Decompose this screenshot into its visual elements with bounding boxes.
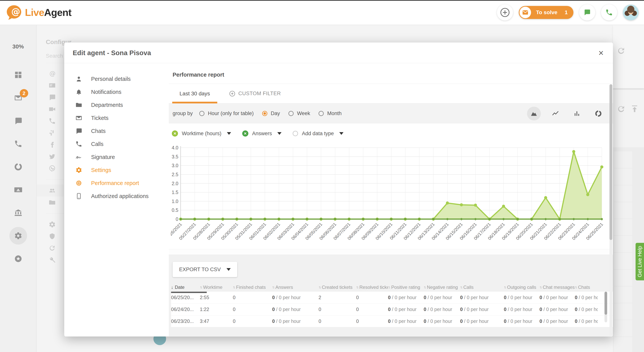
table-row[interactable]: 06/23/20...3:4700 / 0 per hour000 / 0 pe… xyxy=(171,315,613,327)
radio-week[interactable]: Week xyxy=(288,111,310,116)
modal-nav-label: Authorized applications xyxy=(91,193,149,199)
column-header-negative-rating[interactable]: ↑↓Negative rating xyxy=(424,285,460,290)
radio-hour-only-for-table-[interactable]: Hour (only for table) xyxy=(199,111,254,116)
svg-text:3.0: 3.0 xyxy=(172,163,178,168)
table-row[interactable]: 06/25/20...2:5500 / 0 per hour200 / 0 pe… xyxy=(171,292,613,304)
modal-scrollbar[interactable] xyxy=(610,84,612,336)
column-header-positive-rating[interactable]: ↑↓Positive rating xyxy=(388,285,424,290)
remove-icon[interactable]: × xyxy=(172,130,178,137)
gear-icon xyxy=(75,167,82,174)
chip-label: Add data type xyxy=(302,131,334,137)
column-header-resolved-tickets[interactable]: ↑↓Resolved tickets xyxy=(356,285,388,290)
cell: 0 / 0 per hour xyxy=(388,319,424,324)
svg-text:1.5: 1.5 xyxy=(172,189,178,195)
column-header-worktime[interactable]: ↑↓Worktime xyxy=(200,285,233,290)
modal-nav-personal-details[interactable]: Personal details xyxy=(64,72,169,85)
donut-chart-button[interactable] xyxy=(592,107,605,121)
chip-worktime-hours-[interactable]: ×Worktime (hours) xyxy=(172,130,231,137)
modal-nav-departments[interactable]: Departments xyxy=(64,98,169,111)
sorted-column-underline xyxy=(171,292,207,293)
gear-icon xyxy=(14,231,22,240)
svg-text:1.0: 1.0 xyxy=(172,199,178,204)
radio-icon xyxy=(288,111,294,116)
bar-chart-button[interactable] xyxy=(570,107,584,121)
calls-button[interactable] xyxy=(601,4,617,20)
svg-text:4.0: 4.0 xyxy=(172,145,178,150)
modal-nav-calls[interactable]: Calls xyxy=(64,138,169,151)
rail-item-phone[interactable] xyxy=(7,132,30,155)
column-header-chat-messages[interactable]: ↑↓Chat messages xyxy=(540,285,575,290)
sort-icon: ↑↓ xyxy=(200,285,202,289)
modal-nav-settings[interactable]: Settings xyxy=(64,164,169,176)
bar-chart-icon xyxy=(573,110,581,117)
left-rail: 30% 2 xyxy=(0,25,36,352)
folder-icon xyxy=(48,199,57,206)
person-icon xyxy=(75,75,82,82)
radio-label: Week xyxy=(297,111,310,116)
rail-item-contact-card[interactable] xyxy=(7,178,30,201)
chart-svg: 00.51.01.52.02.53.03.54.005/26/202105/27… xyxy=(171,144,606,248)
phone-icon xyxy=(48,117,57,125)
tab-last-30-days[interactable]: Last 30 days xyxy=(169,84,221,103)
column-header-outgoing-calls[interactable]: ↑↓Outgoing calls xyxy=(504,285,540,290)
rail-item-chat[interactable] xyxy=(7,109,30,132)
cell: 0 / 0 per hour xyxy=(272,307,318,312)
rail-item-gear[interactable] xyxy=(7,224,30,247)
column-label: Negative rating xyxy=(427,285,458,290)
cell: 2 xyxy=(318,295,356,300)
modal-nav-authorized-applications[interactable]: Authorized applications xyxy=(64,189,169,203)
rail-item-bank[interactable] xyxy=(7,201,30,224)
user-avatar[interactable] xyxy=(623,4,639,20)
chat-icon xyxy=(48,94,57,101)
topbar: @ LiveAgent To solve 1 xyxy=(0,0,644,25)
column-header-chats[interactable]: ↑↓Chats xyxy=(575,285,598,290)
to-solve-button[interactable]: To solve 1 xyxy=(519,6,574,19)
chip-label: Answers xyxy=(252,131,272,137)
rail-item-ring[interactable] xyxy=(7,155,30,178)
modal-nav-label: Personal details xyxy=(91,76,130,82)
people-icon xyxy=(48,187,57,194)
line-chart-icon xyxy=(552,110,559,117)
radio-label: Month xyxy=(327,111,342,116)
export-to-csv-button[interactable]: EXPORT TO CSV xyxy=(172,262,237,277)
close-button[interactable]: × xyxy=(595,47,607,59)
tab-custom-filter[interactable]: CUSTOM FILTER xyxy=(229,91,281,97)
rail-item-star-circle[interactable] xyxy=(7,247,30,270)
modal-nav-notifications[interactable]: Notifications xyxy=(64,85,169,98)
cell: 1:22 xyxy=(200,307,233,312)
modal-nav-performance-report[interactable]: Performance report xyxy=(64,176,169,189)
column-header-finished-chats[interactable]: ↑↓Finished chats xyxy=(233,285,272,290)
sort-desc-icon: ↓ xyxy=(171,285,173,290)
modal-title: Edit agent - Sona Pisova xyxy=(73,49,151,57)
column-header-answers[interactable]: ↑↓Answers xyxy=(272,285,318,290)
modal-nav-signature[interactable]: Signature xyxy=(64,151,169,164)
group-by-bar: group by Hour (only for table)DayWeekMon… xyxy=(169,103,613,124)
column-header-date[interactable]: ↓Date xyxy=(171,285,200,290)
modal-nav: Personal detailsNotificationsDepartments… xyxy=(64,63,169,336)
column-header-calls[interactable]: ↑↓Calls xyxy=(460,285,504,290)
modal-nav-chats[interactable]: Chats xyxy=(64,125,169,138)
cell: 0 / 0 per hour xyxy=(540,295,575,300)
table-scrollbar[interactable] xyxy=(604,292,607,322)
chevron-down-icon xyxy=(277,132,282,135)
rail-item-dashboard[interactable] xyxy=(7,63,30,86)
logo-bubble-icon: @ xyxy=(6,4,22,21)
get-live-help-tab[interactable]: Get Live Help xyxy=(636,243,644,280)
column-header-created-tickets[interactable]: ↑↓Created tickets xyxy=(318,285,356,290)
chats-button[interactable] xyxy=(579,4,595,20)
radio-day[interactable]: Day xyxy=(262,111,280,116)
area-chart-button[interactable] xyxy=(527,107,541,121)
add-new-button[interactable] xyxy=(497,4,513,20)
chip-add-data-type[interactable]: Add data type xyxy=(293,131,344,137)
line-chart-button[interactable] xyxy=(548,107,562,121)
chip-answers[interactable]: ×Answers xyxy=(242,130,282,137)
remove-icon[interactable]: × xyxy=(242,130,248,137)
sort-icon: ↑↓ xyxy=(272,285,274,289)
liveagent-logo[interactable]: @ LiveAgent xyxy=(6,4,71,21)
table-row[interactable]: 06/24/20...1:2200 / 0 per hour000 / 0 pe… xyxy=(171,304,613,315)
modal-nav-tickets[interactable]: Tickets xyxy=(64,111,169,125)
rail-item-mail[interactable]: 2 xyxy=(7,86,30,109)
cell: 0 / 0 per hour xyxy=(540,319,575,324)
radio-month[interactable]: Month xyxy=(318,111,342,116)
cell: 0 xyxy=(318,307,356,312)
